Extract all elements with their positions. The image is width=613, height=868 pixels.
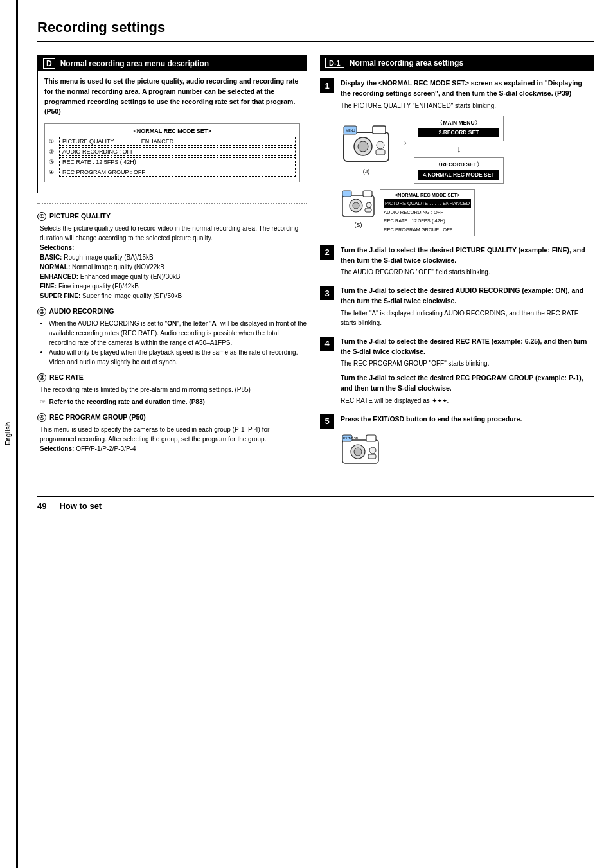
step-1-number: 1 xyxy=(320,78,334,93)
svg-rect-11 xyxy=(363,191,372,197)
two-column-layout: D Normal recording area menu description… xyxy=(37,55,594,477)
svg-rect-18 xyxy=(366,435,376,441)
menu-num-2: ② xyxy=(49,148,57,155)
sidebar-label: English xyxy=(4,422,12,445)
subsection-1-body: Selects the picture quality used to reco… xyxy=(37,224,307,301)
step-4-number: 4 xyxy=(320,337,334,351)
arrow-container: → xyxy=(397,134,409,164)
section-d-intro: This menu is used to set the picture qua… xyxy=(44,76,300,117)
camera-j-label: (J) xyxy=(363,168,370,177)
svg-point-17 xyxy=(354,448,362,456)
subsection-3-note: ☞ Refer to the recording rate and durati… xyxy=(40,397,307,407)
step-1: 1 Display the <NORMAL REC MODE SET> scre… xyxy=(320,78,594,236)
menu-row-2: ② AUDIO RECORDING : OFF xyxy=(49,147,296,156)
page-footer: 49 How to set xyxy=(37,496,594,511)
svg-rect-13 xyxy=(365,208,371,212)
step-5-content: Press the EXIT/OSD button to end the set… xyxy=(341,414,594,468)
step-2-note: The AUDIO RECORDING "OFF" field starts b… xyxy=(341,267,594,277)
subsection-audio-recording: ② AUDIO RECORDING When the AUDIO RECORDI… xyxy=(37,307,307,367)
subsection-rec-rate: ③ REC RATE The recording rate is limited… xyxy=(37,373,307,407)
sub-menu-title: 〈RECORD SET〉 xyxy=(418,161,499,169)
camera-s-icon xyxy=(341,189,376,221)
svg-point-19 xyxy=(369,447,376,454)
svg-point-12 xyxy=(366,202,371,208)
svg-point-2 xyxy=(358,141,368,152)
svg-point-4 xyxy=(377,141,384,149)
step-4-content: Turn the J-dial to select the desired RE… xyxy=(341,337,594,405)
camera-j-icon: MENU xyxy=(341,123,392,168)
subsection-picture-quality: ① PICTURE QUALITY Selects the picture qu… xyxy=(37,212,307,301)
step-1-small-diagram: (S) <NORMAL REC MODE SET> PICTURE QUAL/T… xyxy=(341,189,594,236)
subsection-3-body: The recording rate is limited by the pre… xyxy=(37,385,307,407)
page-container: English Recording settings D Normal reco… xyxy=(0,0,613,868)
subsection-4-body: This menu is used to specify the cameras… xyxy=(37,425,307,454)
menu-diagram-title: <NORMAL REC MODE SET> xyxy=(49,128,296,134)
subsection-1-title: ① PICTURE QUALITY xyxy=(37,212,307,221)
step-1-diagram: MENU (J) → 〈MAIN MENU〉 xyxy=(341,116,594,184)
subsection-3-title: ③ REC RATE xyxy=(37,373,307,382)
section-d-header: D Normal recording area menu description xyxy=(38,56,306,71)
step-4-extra-text: Turn the J-dial to select the desired RE… xyxy=(341,374,583,392)
subsection-2-title: ② AUDIO RECORDING xyxy=(37,307,307,316)
svg-rect-5 xyxy=(376,150,385,155)
section-d1-header: D-1 Normal recording area settings xyxy=(320,55,594,71)
step-1-note: The PICTURE QUALITY "ENHANCED" starts bl… xyxy=(341,101,594,111)
svg-rect-3 xyxy=(373,126,386,134)
menu-item-1: PICTURE QUALITY . . . . . . . . ENHANCED xyxy=(59,137,296,146)
step-5-diagram: EXIT/OSD xyxy=(341,429,594,468)
left-column: D Normal recording area menu description… xyxy=(37,55,307,477)
step-3: 3 Turn the J-dial to select the desired … xyxy=(320,286,594,328)
arrow-down-icon: ↓ xyxy=(414,143,504,156)
svg-rect-20 xyxy=(368,454,376,459)
main-menu-title: 〈MAIN MENU〉 xyxy=(418,119,499,127)
camera-s-label: (S) xyxy=(355,221,362,230)
step-3-number: 3 xyxy=(320,286,334,300)
svg-text:EXIT/OSD: EXIT/OSD xyxy=(343,436,359,440)
step-2-text: Turn the J-dial to select the desired PI… xyxy=(341,246,585,264)
step-2-content: Turn the J-dial to select the desired PI… xyxy=(341,245,594,278)
main-menu-item: 2.RECORD SET xyxy=(418,128,499,137)
exit-camera-container: EXIT/OSD xyxy=(341,432,382,468)
section-d1-title: Normal recording area settings xyxy=(350,58,463,67)
menu-display-container: 〈MAIN MENU〉 2.RECORD SET ↓ 〈RECORD SET〉 … xyxy=(414,116,504,184)
step-3-note: The letter "A" is displayed indicating A… xyxy=(341,308,594,328)
small-menu-display: <NORMAL REC MODE SET> PICTURE QUAL/TE . … xyxy=(380,189,475,236)
menu-num-4: ④ xyxy=(49,169,57,175)
small-menu-row-4: REC PROGRAM GROUP : OFF xyxy=(384,226,471,234)
how-to-set-label: How to set xyxy=(59,501,102,511)
circle-num-3: ③ xyxy=(37,373,46,382)
page-title: Recording settings xyxy=(37,19,594,42)
camera-j-container: MENU (J) xyxy=(341,123,392,177)
step-5-text: Press the EXIT/OSD button to end the set… xyxy=(341,415,522,423)
section-d-badge: D xyxy=(43,58,55,69)
section-d-title: Normal recording area menu description xyxy=(60,59,209,68)
menu-row-4: ④ REC PROGRAM GROUP : OFF xyxy=(49,168,296,177)
sub-menu-item: 4.NORMAL REC MODE SET xyxy=(418,170,499,180)
main-menu-box: 〈MAIN MENU〉 2.RECORD SET xyxy=(414,116,504,142)
menu-item-4: REC PROGRAM GROUP : OFF xyxy=(59,168,296,177)
section-d-box: D Normal recording area menu description… xyxy=(37,55,307,193)
small-menu-title: <NORMAL REC MODE SET> xyxy=(384,191,471,199)
circle-num-4: ④ xyxy=(37,413,46,422)
arrow-right-icon: → xyxy=(397,134,409,152)
subsection-2-body: When the AUDIO RECORDING is set to "ON",… xyxy=(37,319,307,367)
step-4: 4 Turn the J-dial to select the desired … xyxy=(320,337,594,405)
exit-camera-icon: EXIT/OSD xyxy=(341,432,382,468)
step-2: 2 Turn the J-dial to select the desired … xyxy=(320,245,594,278)
step-3-content: Turn the J-dial to select the desired AU… xyxy=(341,286,594,328)
step-3-text: Turn the J-dial to select the desired AU… xyxy=(341,287,583,305)
left-sidebar: English xyxy=(0,0,18,868)
section-d-body: This menu is used to set the picture qua… xyxy=(38,71,306,193)
sub-menu-box: 〈RECORD SET〉 4.NORMAL REC MODE SET xyxy=(414,157,504,184)
small-menu-row-2: AUDIO RECORDING : OFF xyxy=(384,208,471,217)
camera-s-container: (S) xyxy=(341,189,376,230)
svg-point-10 xyxy=(353,202,359,209)
circle-num-1: ① xyxy=(37,212,46,221)
small-menu-row-3: REC RATE : 12.5FPS ( 42H) xyxy=(384,217,471,225)
step-1-content: Display the <NORMAL REC MODE SET> screen… xyxy=(341,78,594,236)
small-menu-row-1: PICTURE QUAL/TE . . . . . ENHANCED xyxy=(384,199,471,208)
step-2-number: 2 xyxy=(320,245,334,260)
menu-diagram: <NORMAL REC MODE SET> ① PICTURE QUALITY … xyxy=(44,123,300,182)
step-4-extra-note: REC RATE will be displayed as ✦✦✦. xyxy=(341,396,594,405)
page-number: 49 xyxy=(37,501,46,511)
